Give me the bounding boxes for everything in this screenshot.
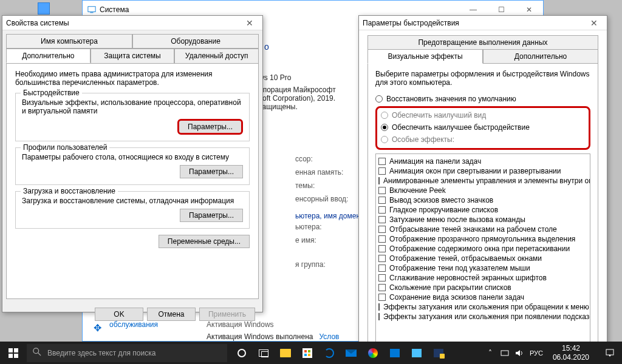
- performance-settings-button[interactable]: Параметры...: [177, 119, 243, 135]
- visual-effect-checkbox-row[interactable]: Включение Peek: [378, 186, 587, 195]
- system-properties-titlebar: Свойства системы ✕: [2, 16, 262, 30]
- checkbox-label: Эффекты затухания или скольжения при поя…: [383, 312, 590, 321]
- visual-effect-checkbox-row[interactable]: Отображение содержимого окна при перетас…: [378, 244, 587, 254]
- file-explorer-button[interactable]: [275, 342, 296, 364]
- visual-effects-checklist[interactable]: Анимация на панели задачАнимация окон пр…: [375, 153, 590, 345]
- startup-recovery-groupbox: Загрузка и восстановление Загрузка и вос…: [15, 191, 250, 229]
- startup-recovery-settings-button[interactable]: Параметры...: [180, 209, 243, 222]
- visual-effect-checkbox-row[interactable]: Анимированные элементы управления и элем…: [378, 176, 587, 186]
- clock-time: 15:42: [553, 344, 589, 352]
- checkbox-icon: [378, 197, 386, 204]
- visual-effect-checkbox-row[interactable]: Анимация окон при свертывании и разверты…: [378, 166, 587, 176]
- tab-system-protection[interactable]: Защита системы: [91, 49, 175, 63]
- user-profiles-desc: Параметры рабочего стола, относящиеся ко…: [22, 153, 243, 161]
- tray-language[interactable]: РУС: [530, 349, 543, 357]
- paint-button[interactable]: [362, 342, 384, 364]
- close-button[interactable]: ✕: [241, 18, 259, 28]
- copyright-line2: soft Corporation), 2019.: [259, 94, 336, 103]
- tab-visual-effects[interactable]: Визуальные эффекты: [367, 49, 483, 64]
- radio-best-appearance[interactable]: Обеспечить наилучший вид: [381, 109, 585, 121]
- checkbox-icon: [378, 167, 386, 175]
- tab-dep[interactable]: Предотвращение выполнения данных: [367, 35, 598, 49]
- tray-network-icon[interactable]: [501, 349, 509, 357]
- tab-computer-name[interactable]: Имя компьютера: [6, 34, 132, 48]
- taskbar-clock[interactable]: 15:42 06.04.2020: [549, 344, 593, 362]
- edge-button[interactable]: [318, 342, 340, 364]
- performance-legend: Быстродействие: [21, 89, 82, 97]
- tab-remote[interactable]: Удаленный доступ: [174, 49, 259, 63]
- virtualbox-icon[interactable]: [38, 2, 50, 15]
- tray-chevron-up-icon[interactable]: ˄: [486, 349, 494, 357]
- visual-effect-checkbox-row[interactable]: Эффекты затухания или скольжения при обр…: [378, 302, 587, 312]
- svg-rect-4: [501, 351, 508, 356]
- svg-rect-6: [606, 349, 613, 355]
- system-title: Система: [100, 5, 129, 14]
- visual-effect-checkbox-row[interactable]: Гладкое прокручивание списков: [378, 205, 587, 215]
- activation-status: Активация Windows выполнена Услов: [207, 332, 339, 341]
- radio-icon: [381, 112, 388, 119]
- visual-effect-checkbox-row[interactable]: Сглаживание неровностей экранных шрифтов: [378, 273, 587, 283]
- search-icon: [33, 348, 41, 358]
- ok-button[interactable]: OK: [95, 308, 143, 321]
- performance-options-title: Параметры быстродействия: [363, 19, 459, 27]
- taskbar-search[interactable]: Введите здесь текст для поиска: [27, 344, 227, 362]
- close-button[interactable]: ✕: [585, 18, 603, 28]
- apply-button[interactable]: Применить: [199, 308, 255, 321]
- tab-advanced[interactable]: Дополнительно: [483, 49, 598, 64]
- visual-effect-checkbox-row[interactable]: Эффекты затухания или скольжения при поя…: [378, 312, 587, 322]
- checkbox-label: Гладкое прокручивание списков: [389, 206, 498, 214]
- cancel-button[interactable]: Отмена: [147, 308, 196, 321]
- search-placeholder: Введите здесь текст для поиска: [47, 349, 156, 357]
- start-button[interactable]: [0, 342, 27, 364]
- cortana-button[interactable]: [231, 342, 253, 364]
- visual-effect-checkbox-row[interactable]: Отображение теней, отбрасываемых окнами: [378, 254, 587, 263]
- startup-recovery-desc: Загрузка и восстановление системы, отлад…: [22, 197, 243, 205]
- tab-hardware[interactable]: Оборудование: [132, 34, 259, 48]
- visual-effect-checkbox-row[interactable]: Отображение прозрачного прямоугольника в…: [378, 234, 587, 244]
- app-button-3[interactable]: [428, 342, 449, 364]
- visual-effect-checkbox-row[interactable]: Отображение тени под указателем мыши: [378, 263, 587, 273]
- checkbox-icon: [378, 187, 386, 194]
- task-view-button[interactable]: [253, 342, 275, 364]
- visual-effect-checkbox-row[interactable]: Затухание меню после вызова команды: [378, 215, 587, 224]
- visual-effect-checkbox-row[interactable]: Скольжение при раскрытии списков: [378, 283, 587, 292]
- windows-edition: ws 10 Pro: [259, 73, 336, 82]
- checkbox-label: Включение Peek: [389, 186, 446, 195]
- svg-marker-7: [609, 355, 611, 357]
- checkbox-icon: [378, 303, 380, 311]
- checkbox-icon: [378, 284, 386, 291]
- radio-best-performance[interactable]: Обеспечить наилучшее быстродействие: [381, 121, 585, 133]
- windows-logo-icon: [9, 348, 18, 358]
- radio-custom[interactable]: Особые эффекты:: [381, 133, 585, 146]
- checkbox-label: Скольжение при раскрытии списков: [389, 283, 511, 292]
- checkbox-icon: [378, 226, 386, 233]
- edge-icon: [324, 348, 334, 358]
- tab-advanced[interactable]: Дополнительно: [6, 49, 91, 63]
- system-properties-dialog: Свойства системы ✕ Имя компьютера Оборуд…: [2, 15, 263, 312]
- app-button-1[interactable]: [384, 342, 406, 364]
- visual-effect-checkbox-row[interactable]: Отбрасывание теней значками на рабочем с…: [378, 224, 587, 234]
- action-center-button[interactable]: [599, 342, 621, 364]
- performance-desc: Визуальные эффекты, использование процес…: [22, 98, 243, 115]
- copyright-line1: рпорация Майкрософт: [259, 86, 336, 94]
- environment-variables-button[interactable]: Переменные среды...: [159, 235, 250, 248]
- clock-date: 06.04.2020: [553, 353, 589, 362]
- radio-icon: [375, 95, 383, 103]
- checkbox-label: Анимация на панели задач: [389, 157, 481, 166]
- app-button-2[interactable]: [406, 342, 428, 364]
- radio-restore-defaults[interactable]: Восстановить значения по умолчанию: [375, 93, 590, 105]
- mail-button[interactable]: [340, 342, 362, 364]
- tray-volume-icon[interactable]: [515, 349, 524, 357]
- microsoft-store-button[interactable]: [296, 342, 318, 364]
- visual-effect-checkbox-row[interactable]: Анимация на панели задач: [378, 157, 587, 166]
- admin-rights-note: Необходимо иметь права администратора дл…: [15, 70, 250, 87]
- svg-marker-5: [516, 350, 520, 356]
- system-icon: [87, 5, 96, 14]
- user-profiles-legend: Профили пользователей: [21, 143, 109, 152]
- activation-terms-link[interactable]: Услов: [319, 332, 339, 341]
- visual-effect-checkbox-row[interactable]: Сохранение вида эскизов панели задач: [378, 292, 587, 302]
- visual-effect-checkbox-row[interactable]: Вывод эскизов вместо значков: [378, 195, 587, 205]
- checkbox-icon: [378, 255, 386, 262]
- user-profiles-settings-button[interactable]: Параметры...: [180, 165, 243, 178]
- visual-effects-intro: Выберите параметры оформления и быстроде…: [375, 70, 590, 87]
